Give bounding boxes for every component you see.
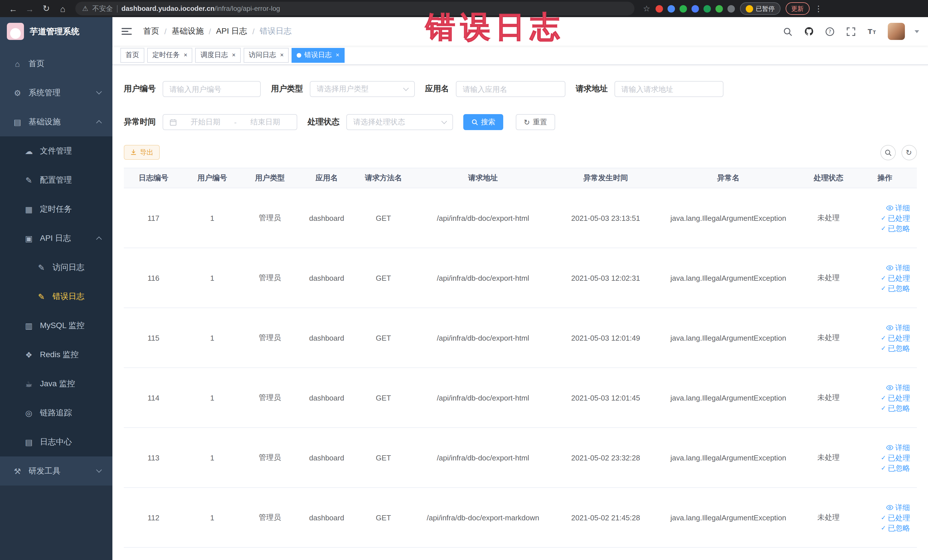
back-icon[interactable]: ←	[6, 1, 21, 16]
sidebar-item-link-trace[interactable]: ◎链路追踪	[0, 398, 112, 427]
close-icon[interactable]: ×	[280, 52, 284, 58]
gear-icon: ⚙	[12, 88, 22, 97]
address-bar[interactable]: ⚠ 不安全 dashboard.yudao.iocoder.cn/infra/l…	[75, 2, 635, 15]
request-url-label: 请求地址	[576, 84, 607, 94]
sidebar-item-system-mgmt[interactable]: ⚙系统管理	[0, 78, 112, 107]
breadcrumb-item[interactable]: API 日志	[216, 26, 247, 37]
breadcrumb-item[interactable]: 首页	[143, 26, 159, 37]
profile-avatar-icon	[745, 5, 753, 12]
reload-icon[interactable]: ↻	[39, 1, 53, 16]
ignored-link[interactable]: ✓已忽略	[881, 224, 910, 232]
close-icon[interactable]: ×	[336, 52, 339, 58]
tab-访问日志[interactable]: 访问日志×	[244, 48, 289, 63]
sidebar-item-log-center[interactable]: ▤日志中心	[0, 427, 112, 456]
process-status-select[interactable]: 请选择处理状态	[346, 114, 453, 130]
close-icon[interactable]: ×	[232, 52, 236, 58]
extension-icon[interactable]	[667, 5, 675, 12]
detail-link[interactable]: 详细	[886, 204, 910, 211]
column-header-app-name: 应用名	[298, 173, 355, 183]
update-chip[interactable]: 更新	[785, 2, 809, 15]
eye-icon	[886, 384, 893, 391]
extension-icon[interactable]	[655, 5, 663, 12]
app-logo-row[interactable]: 芋道管理系统	[0, 17, 112, 46]
sidebar-item-label: 系统管理	[29, 88, 61, 98]
status-cell: 未处理	[799, 512, 858, 523]
sidebar-item-scheduled-jobs[interactable]: ▦定时任务	[0, 195, 112, 224]
sidebar-item-api-log[interactable]: ▣API 日志	[0, 224, 112, 253]
forward-icon[interactable]: →	[22, 1, 37, 16]
processed-link[interactable]: ✓已处理	[881, 514, 910, 521]
actions-cell: 详细✓已处理✓已忽略	[858, 444, 912, 471]
sidebar-item-label: 研发工具	[29, 466, 61, 476]
app-name-input[interactable]	[456, 81, 565, 97]
github-icon[interactable]	[803, 26, 815, 37]
home-icon[interactable]: ⌂	[55, 1, 70, 16]
close-icon[interactable]: ×	[184, 52, 188, 58]
breadcrumb-item[interactable]: 基础设施	[172, 26, 204, 37]
date-range-picker[interactable]: 开始日期 - 结束日期	[163, 114, 297, 130]
extension-icon[interactable]	[679, 5, 687, 12]
eye-icon	[886, 444, 893, 451]
export-button[interactable]: 导出	[124, 145, 160, 160]
column-header-user-id: 用户编号	[183, 173, 241, 183]
ignored-link[interactable]: ✓已忽略	[881, 404, 910, 412]
sidebar-item-mysql-monitor[interactable]: ▥MySQL 监控	[0, 311, 112, 340]
toggle-search-button[interactable]	[880, 145, 896, 160]
ignored-link[interactable]: ✓已忽略	[881, 344, 910, 352]
profile-chip[interactable]: 已暂停	[740, 2, 780, 15]
sidebar-item-java-monitor[interactable]: ☕Java 监控	[0, 369, 112, 398]
extension-icon[interactable]	[727, 5, 734, 12]
method-cell: GET	[355, 394, 412, 402]
detail-link[interactable]: 详细	[886, 324, 910, 331]
sidebar-item-dev-tools[interactable]: ⚒研发工具	[0, 456, 112, 485]
sidebar-item-access-log[interactable]: ✎访问日志	[0, 253, 112, 282]
check-icon: ✓	[881, 514, 886, 520]
sidebar-item-home[interactable]: ⌂首页	[0, 49, 112, 78]
user-id-input[interactable]	[163, 81, 261, 97]
processed-link[interactable]: ✓已处理	[881, 454, 910, 461]
ignored-link[interactable]: ✓已忽略	[881, 284, 910, 292]
tab-首页[interactable]: 首页	[121, 48, 144, 63]
log-id-cell: 116	[124, 273, 183, 282]
reset-button[interactable]: ↻ 重置	[516, 114, 555, 130]
detail-link[interactable]: 详细	[886, 444, 910, 451]
help-icon[interactable]: ?	[824, 26, 836, 37]
request-url-input[interactable]	[615, 81, 723, 97]
processed-link[interactable]: ✓已处理	[881, 334, 910, 342]
tab-错误日志[interactable]: 错误日志×	[292, 48, 345, 63]
font-size-icon[interactable]: TT	[866, 26, 878, 37]
filter-row-2: 异常时间 开始日期 - 结束日期 处理状态 请选择处理状态	[124, 114, 917, 130]
extension-icon[interactable]	[691, 5, 699, 12]
user-type-select[interactable]: 请选择用户类型	[310, 81, 415, 97]
sidebar-item-redis-monitor[interactable]: ❖Redis 监控	[0, 340, 112, 369]
action-label: 已忽略	[888, 344, 910, 352]
tab-定时任务[interactable]: 定时任务×	[147, 48, 192, 63]
avatar-caret-icon[interactable]	[914, 30, 919, 33]
detail-link[interactable]: 详细	[886, 264, 910, 271]
refresh-table-button[interactable]: ↻	[901, 145, 917, 160]
ignored-link[interactable]: ✓已忽略	[881, 524, 910, 531]
processed-link[interactable]: ✓已处理	[881, 394, 910, 401]
ignored-link[interactable]: ✓已忽略	[881, 464, 910, 471]
extension-icon[interactable]	[703, 5, 711, 12]
user-avatar[interactable]	[887, 23, 905, 40]
tab-label: 调度日志	[200, 50, 228, 60]
search-icon[interactable]	[782, 26, 793, 37]
sidebar-item-config-mgmt[interactable]: ✎配置管理	[0, 165, 112, 195]
search-button[interactable]: 搜索	[463, 114, 503, 130]
sidebar-item-file-mgmt[interactable]: ☁文件管理	[0, 136, 112, 165]
sidebar-item-error-log[interactable]: ✎错误日志	[0, 282, 112, 311]
sidebar-item-infrastructure[interactable]: ▤基础设施	[0, 107, 112, 136]
processed-link[interactable]: ✓已处理	[881, 214, 910, 222]
processed-link[interactable]: ✓已处理	[881, 274, 910, 282]
bookmark-star-icon[interactable]: ☆	[643, 4, 650, 13]
detail-link[interactable]: 详细	[886, 504, 910, 511]
fullscreen-icon[interactable]	[845, 26, 857, 37]
request-url-cell: /api/infra/db-doc/export-html	[412, 394, 554, 402]
tab-调度日志[interactable]: 调度日志×	[195, 48, 241, 63]
detail-link[interactable]: 详细	[886, 384, 910, 391]
navbar: 首页/基础设施/API 日志/错误日志 ? TT	[112, 17, 928, 46]
browser-menu-icon[interactable]: ⋮	[815, 4, 823, 13]
extension-icon[interactable]	[715, 5, 723, 12]
hamburger-icon[interactable]	[122, 26, 133, 37]
